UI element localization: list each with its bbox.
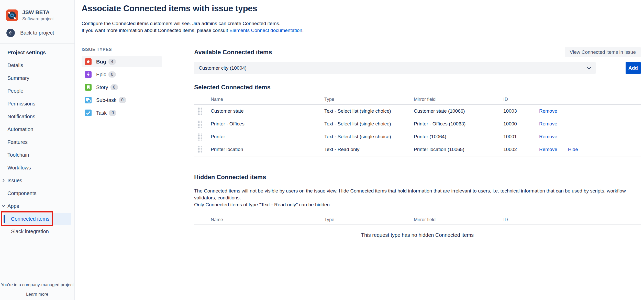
table-row: Printer Text - Select list (single choic…	[194, 130, 641, 143]
remove-link[interactable]: Remove	[539, 147, 557, 152]
sidebar-footer: You're in a company-managed project Lear…	[0, 282, 74, 297]
column-id: ID	[503, 97, 539, 102]
issue-type-epic[interactable]: Epic 0	[82, 69, 162, 80]
sidebar-item-details[interactable]: Details	[4, 59, 71, 72]
epic-icon	[85, 71, 92, 78]
record-icon	[8, 12, 16, 19]
hide-link[interactable]: Hide	[568, 147, 578, 152]
column-mirror-field: Mirror field	[414, 217, 503, 222]
remove-link[interactable]: Remove	[539, 108, 557, 114]
chevron-right-icon	[2, 179, 5, 183]
drag-handle-icon[interactable]	[197, 133, 202, 141]
sidebar-item-people[interactable]: People	[4, 84, 71, 97]
chevron-down-icon	[2, 204, 5, 208]
page-title: Associate Connected items with issue typ…	[82, 4, 641, 13]
cell-type: Text - Select list (single choice)	[324, 134, 414, 140]
view-connected-items-button[interactable]: View Connected items in issue	[565, 47, 641, 57]
description-line1: Configure the Connected items customers …	[82, 20, 641, 27]
cell-name: Customer state	[211, 108, 324, 114]
elements-connect-doc-link[interactable]: Elements Connect documentation	[229, 28, 302, 33]
sidebar-item-notifications[interactable]: Notifications	[4, 110, 71, 123]
cell-id: 10001	[503, 134, 539, 140]
column-id: ID	[503, 217, 539, 222]
issue-types-panel: ISSUE TYPES Bug 4 Epic 0	[82, 47, 194, 238]
bug-icon	[85, 58, 92, 65]
count-badge: 0	[110, 84, 118, 90]
issue-type-name: Epic	[96, 72, 106, 78]
drag-handle-icon[interactable]	[197, 107, 202, 115]
count-badge: 0	[108, 71, 116, 78]
remove-link[interactable]: Remove	[539, 121, 557, 127]
settings-nav: Project settings Details Summary People …	[0, 44, 74, 238]
cell-mirror-field: Customer state (10066)	[414, 108, 503, 114]
story-icon	[85, 84, 92, 91]
task-check-icon	[85, 110, 92, 116]
sidebar-item-label: Issues	[7, 178, 22, 184]
issue-type-subtask[interactable]: Sub-task 0	[82, 95, 162, 105]
managed-project-note: You're in a company-managed project	[0, 282, 74, 287]
issue-type-task[interactable]: Task 0	[82, 108, 162, 118]
sidebar-item-label: Slack integration	[11, 229, 49, 234]
sidebar-item-toolchain[interactable]: Toolchain	[4, 148, 71, 161]
count-badge: 0	[119, 97, 126, 103]
page-description: Configure the Connected items customers …	[82, 20, 641, 34]
back-to-project-button[interactable]: Back to project	[6, 29, 74, 37]
issue-type-name: Sub-task	[96, 97, 116, 103]
issue-type-name: Bug	[96, 59, 106, 65]
chevron-down-icon	[587, 65, 591, 71]
cell-type: Text - Select list (single choice)	[324, 121, 414, 127]
sidebar-item-connected-items[interactable]: Connected items	[4, 213, 71, 225]
drag-handle-icon[interactable]	[197, 146, 202, 153]
issue-type-bug[interactable]: Bug 4	[82, 56, 162, 67]
back-to-project-label: Back to project	[20, 30, 54, 36]
sidebar-item-apps[interactable]: Apps	[4, 200, 71, 212]
sidebar-item-components[interactable]: Components	[4, 187, 71, 200]
sidebar-item-automation[interactable]: Automation	[4, 123, 71, 136]
description-line2: If you want more information about Conne…	[82, 27, 641, 34]
cell-name: Printer - Offices	[211, 121, 324, 127]
column-name: Name	[211, 217, 324, 222]
sidebar-item-label: Connected items	[11, 216, 49, 222]
cell-type: Text - Select list (single choice)	[324, 108, 414, 114]
hidden-items-heading: Hidden Connected items	[194, 174, 641, 181]
sidebar-item-features[interactable]: Features	[4, 136, 71, 148]
table-row: Printer location Text - Read only Printe…	[194, 143, 641, 156]
table-row: Customer state Text - Select list (singl…	[194, 105, 641, 117]
dropdown-selected-value: Customer city (10004)	[199, 65, 247, 71]
empty-state-message: This request type has no hidden Connecte…	[194, 232, 641, 238]
issue-type-name: Story	[96, 84, 108, 90]
table-row: Printer - Offices Text - Select list (si…	[194, 117, 641, 130]
cell-mirror-field: Printer - Offices (10063)	[414, 121, 503, 127]
sidebar-item-permissions[interactable]: Permissions	[4, 97, 71, 110]
cell-name: Printer	[211, 134, 324, 140]
sidebar-item-slack-integration[interactable]: Slack integration	[4, 225, 71, 238]
project-type: Software project	[22, 16, 54, 22]
available-items-heading: Available Connected items	[194, 49, 272, 56]
cell-id: 10003	[503, 108, 539, 114]
project-settings-sidebar: JSW BETA Software project Back to projec…	[0, 0, 75, 300]
add-button[interactable]: Add	[626, 62, 641, 74]
subtask-icon	[85, 97, 92, 103]
table-header: Name Type Mirror field ID	[194, 215, 641, 225]
sidebar-item-summary[interactable]: Summary	[4, 72, 71, 84]
nav-section-project-settings: Project settings	[4, 46, 71, 59]
cell-type: Text - Read only	[324, 147, 414, 152]
sidebar-item-issues[interactable]: Issues	[4, 174, 71, 187]
column-type: Type	[324, 217, 414, 222]
remove-link[interactable]: Remove	[539, 134, 557, 140]
project-header: JSW BETA Software project	[0, 0, 74, 22]
main-content: Associate Connected items with issue typ…	[75, 4, 644, 238]
learn-more-link[interactable]: Learn more	[0, 292, 74, 297]
project-name: JSW BETA	[22, 9, 54, 15]
issue-type-story[interactable]: Story 0	[82, 82, 162, 93]
issue-types-label: ISSUE TYPES	[82, 47, 194, 52]
cell-id: 10002	[503, 147, 539, 152]
sidebar-item-label: Apps	[7, 203, 19, 209]
selected-items-heading: Selected Connected items	[194, 84, 641, 91]
sidebar-item-workflows[interactable]: Workflows	[4, 161, 71, 174]
count-badge: 0	[109, 110, 116, 116]
drag-handle-icon[interactable]	[197, 120, 202, 128]
column-name: Name	[211, 97, 324, 102]
connected-item-dropdown[interactable]: Customer city (10004)	[194, 62, 596, 74]
selected-items-table: Name Type Mirror field ID Customer state…	[194, 94, 641, 156]
